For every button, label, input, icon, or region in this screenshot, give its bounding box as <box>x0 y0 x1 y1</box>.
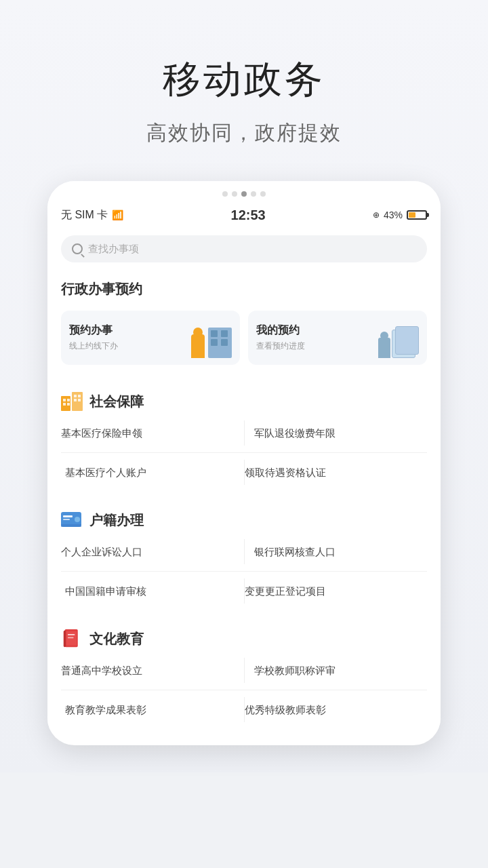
search-container: 查找办事项 <box>47 229 441 269</box>
social-item-4[interactable]: 领取待遇资格认证 <box>245 460 428 485</box>
svg-rect-8 <box>74 399 77 401</box>
social-security-section: 社会保障 基本医疗保险申领 军队退役缴费年限 基本医疗个人账户 领取待遇资格认证 <box>47 382 441 494</box>
social-item-2[interactable]: 军队退役缴费年限 <box>245 420 428 446</box>
doc-2 <box>395 326 419 355</box>
culture-item-2[interactable]: 学校教师职称评审 <box>245 658 428 683</box>
appointment-heading: 行政办事预约 <box>61 281 142 296</box>
window-4 <box>221 339 228 346</box>
culture-row-sep <box>61 690 427 690</box>
svg-point-13 <box>75 517 80 522</box>
social-row-sep <box>61 452 427 453</box>
household-item-3[interactable]: 中国国籍申请审核 <box>61 578 244 604</box>
svg-rect-11 <box>63 515 73 517</box>
dot-5 <box>260 191 266 197</box>
svg-rect-19 <box>68 637 74 638</box>
svg-rect-1 <box>72 392 83 411</box>
appt-illus-2 <box>378 317 419 358</box>
svg-rect-18 <box>68 634 75 635</box>
carrier-label: 无 SIM 卡 <box>61 208 108 222</box>
time-display: 12:53 <box>231 208 266 223</box>
culture-item-1[interactable]: 普通高中学校设立 <box>61 658 244 683</box>
household-icon <box>61 511 83 530</box>
appt-card-1-text: 预约办事 线上约线下办 <box>69 323 118 352</box>
appt-card-2-sub: 查看预约进度 <box>256 340 305 352</box>
location-icon: ⊕ <box>373 210 380 220</box>
appt-card-2[interactable]: 我的预约 查看预约进度 <box>248 311 427 365</box>
culture-icon <box>61 629 83 648</box>
household-header: 户籍办理 <box>61 511 427 530</box>
search-placeholder: 查找办事项 <box>88 243 139 256</box>
svg-rect-7 <box>78 395 81 397</box>
window-3 <box>211 339 218 346</box>
svg-rect-12 <box>63 519 70 520</box>
culture-item-3[interactable]: 教育教学成果表彰 <box>61 697 244 722</box>
culture-header: 文化教育 <box>61 629 427 648</box>
status-left: 无 SIM 卡 📶 <box>61 208 123 222</box>
hero-section: 移动政务 高效协同，政府提效 无 SIM 卡 📶 12:53 ⊕ 43% <box>0 0 488 772</box>
household-row-sep <box>61 571 427 572</box>
notch-bar <box>47 181 441 201</box>
phone-mockup: 无 SIM 卡 📶 12:53 ⊕ 43% 查找办事项 行政办事预约 <box>47 181 441 745</box>
social-icon <box>61 392 83 411</box>
window-1 <box>211 330 218 337</box>
battery-fill <box>409 212 415 218</box>
social-grid: 基本医疗保险申领 军队退役缴费年限 基本医疗个人账户 领取待遇资格认证 <box>61 420 427 485</box>
social-header: 社会保障 <box>61 392 427 411</box>
social-title: 社会保障 <box>89 393 144 411</box>
appointment-cards: 预约办事 线上约线下办 <box>47 305 441 376</box>
svg-rect-14 <box>61 524 81 527</box>
svg-rect-4 <box>63 403 66 406</box>
household-item-4[interactable]: 变更更正登记项目 <box>245 578 428 604</box>
appt-card-1-title: 预约办事 <box>69 323 118 338</box>
dot-3-active <box>241 191 247 197</box>
culture-section: 文化教育 普通高中学校设立 学校教师职称评审 教育教学成果表彰 优秀特级教师表彰 <box>47 620 441 732</box>
appt-illus-1 <box>191 317 232 358</box>
household-section: 户籍办理 个人企业诉讼人口 银行联网核查人口 中国国籍申请审核 变更更正登记项目 <box>47 501 441 613</box>
svg-rect-3 <box>67 399 70 401</box>
culture-grid: 普通高中学校设立 学校教师职称评审 教育教学成果表彰 优秀特级教师表彰 <box>61 658 427 722</box>
battery-percent: 43% <box>384 210 403 220</box>
culture-title: 文化教育 <box>89 630 144 648</box>
search-icon <box>72 243 83 254</box>
social-item-3[interactable]: 基本医疗个人账户 <box>61 460 244 485</box>
wifi-icon: 📶 <box>112 210 123 220</box>
appt-card-2-title: 我的预约 <box>256 323 305 338</box>
status-bar: 无 SIM 卡 📶 12:53 ⊕ 43% <box>47 201 441 229</box>
svg-rect-17 <box>64 631 66 648</box>
battery-icon <box>407 210 427 220</box>
household-title: 户籍办理 <box>89 511 144 530</box>
culture-item-4[interactable]: 优秀特级教师表彰 <box>245 697 428 722</box>
appt-card-1[interactable]: 预约办事 线上约线下办 <box>61 311 240 365</box>
appt-card-2-text: 我的预约 查看预约进度 <box>256 323 305 352</box>
social-item-1[interactable]: 基本医疗保险申领 <box>61 420 244 446</box>
building-figure <box>208 328 232 358</box>
docs-figure <box>388 324 419 358</box>
dot-4 <box>251 191 256 197</box>
household-item-2[interactable]: 银行联网核查人口 <box>245 539 428 564</box>
person-figure-1 <box>191 334 205 358</box>
svg-rect-9 <box>78 399 81 401</box>
household-grid: 个人企业诉讼人口 银行联网核查人口 中国国籍申请审核 变更更正登记项目 <box>61 539 427 604</box>
search-bar[interactable]: 查找办事项 <box>61 235 427 262</box>
household-item-1[interactable]: 个人企业诉讼人口 <box>61 539 244 564</box>
appt-card-1-sub: 线上约线下办 <box>69 340 118 352</box>
dot-1 <box>222 191 228 197</box>
hero-subtitle: 高效协同，政府提效 <box>146 119 342 147</box>
svg-rect-5 <box>67 403 70 406</box>
svg-rect-2 <box>63 399 66 401</box>
window-2 <box>221 330 228 337</box>
status-right: ⊕ 43% <box>373 210 427 220</box>
pagination-dots <box>222 191 266 197</box>
appointment-section-title-row: 行政办事预约 <box>47 269 441 305</box>
svg-rect-6 <box>74 395 77 397</box>
hero-title: 移动政务 <box>163 54 325 106</box>
dot-2 <box>232 191 237 197</box>
